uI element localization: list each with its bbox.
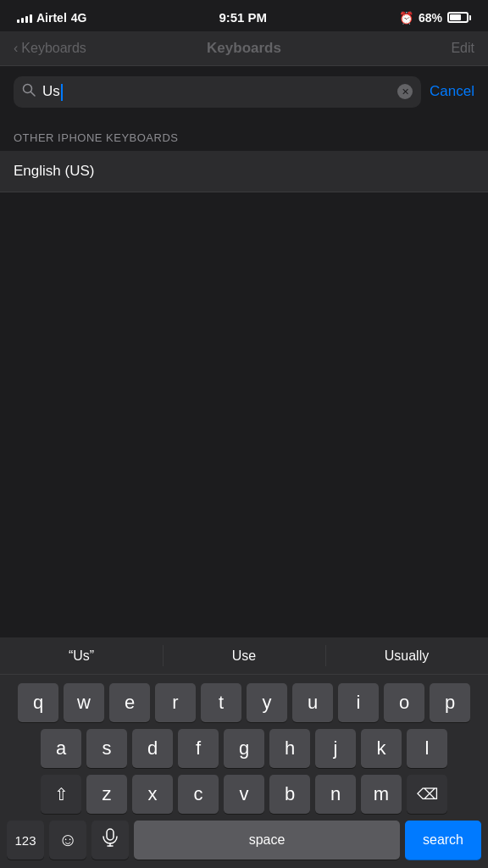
nav-title: Keyboards (207, 40, 281, 57)
key-row-1: q w e r t y u i o p (3, 683, 485, 722)
backspace-key[interactable]: ⌫ (407, 775, 447, 814)
chevron-left-icon: ‹ (14, 41, 18, 56)
key-g[interactable]: g (224, 729, 264, 768)
section-header: OTHER IPHONE KEYBOARDS (0, 118, 488, 151)
key-o[interactable]: o (384, 683, 424, 722)
search-input[interactable]: Us (42, 83, 391, 101)
shift-icon: ⇧ (54, 784, 69, 804)
list-item[interactable]: English (US) (0, 151, 488, 192)
status-time: 9:51 PM (219, 10, 267, 25)
status-bar: Airtel 4G 9:51 PM ⏰ 68% (0, 0, 488, 31)
key-row-2: a s d f g h j k l (3, 729, 485, 768)
autocomplete-bar: “Us” Use Usually (0, 637, 488, 675)
network-label: 4G (71, 11, 87, 25)
key-k[interactable]: k (361, 729, 402, 768)
key-v[interactable]: v (224, 775, 264, 814)
bottom-row: 123 ☺ space search (3, 821, 485, 865)
key-u[interactable]: u (292, 683, 333, 722)
shift-key[interactable]: ⇧ (41, 775, 81, 814)
autocomplete-item-2[interactable]: Usually (325, 637, 488, 674)
backspace-icon: ⌫ (417, 785, 438, 804)
key-h[interactable]: h (269, 729, 310, 768)
key-row-3: ⇧ z x c v b n m ⌫ (3, 775, 485, 814)
keyboard-rows: q w e r t y u i o p a s d f g h j k l ⇧ (0, 675, 488, 868)
nav-edit-button[interactable]: Edit (451, 41, 474, 56)
key-c[interactable]: c (178, 775, 219, 814)
signal-icon (17, 13, 32, 23)
emoji-key[interactable]: ☺ (49, 821, 86, 860)
svg-rect-2 (107, 829, 114, 840)
autocomplete-item-0[interactable]: “Us” (0, 637, 163, 674)
key-l[interactable]: l (407, 729, 447, 768)
autocomplete-item-1[interactable]: Use (163, 637, 325, 674)
search-icon (22, 83, 36, 100)
numbers-label: 123 (14, 833, 36, 848)
search-key-label: search (423, 832, 463, 848)
nav-bar: ‹ Keyboards Keyboards Edit (0, 31, 488, 66)
nav-back-button[interactable]: ‹ Keyboards (14, 41, 86, 56)
search-bar-container: Us ✕ Cancel (0, 66, 488, 118)
autocomplete-label-0: “Us” (69, 648, 94, 664)
key-i[interactable]: i (338, 683, 379, 722)
autocomplete-label-1: Use (232, 648, 256, 664)
key-x[interactable]: x (132, 775, 173, 814)
svg-line-1 (31, 92, 36, 97)
search-field[interactable]: Us ✕ (14, 76, 421, 108)
status-left: Airtel 4G (17, 11, 86, 25)
list-item-label: English (US) (14, 163, 94, 179)
key-n[interactable]: n (315, 775, 356, 814)
key-j[interactable]: j (315, 729, 356, 768)
search-key[interactable]: search (405, 821, 481, 860)
key-z[interactable]: z (86, 775, 127, 814)
key-p[interactable]: p (430, 683, 470, 722)
cancel-button[interactable]: Cancel (430, 83, 474, 100)
mic-icon (103, 828, 118, 852)
numbers-key[interactable]: 123 (7, 821, 44, 860)
key-r[interactable]: r (155, 683, 196, 722)
key-t[interactable]: t (201, 683, 241, 722)
key-d[interactable]: d (132, 729, 173, 768)
alarm-icon: ⏰ (399, 11, 413, 25)
key-q[interactable]: q (18, 683, 58, 722)
autocomplete-label-2: Usually (385, 648, 429, 664)
key-m[interactable]: m (361, 775, 402, 814)
key-s[interactable]: s (86, 729, 127, 768)
mic-key[interactable] (92, 821, 129, 860)
key-f[interactable]: f (178, 729, 219, 768)
key-b[interactable]: b (269, 775, 310, 814)
space-key[interactable]: space (134, 821, 400, 860)
battery-percent: 68% (419, 11, 442, 25)
nav-back-label: Keyboards (21, 41, 86, 56)
content-area (0, 192, 488, 438)
key-y[interactable]: y (247, 683, 287, 722)
carrier-label: Airtel (36, 11, 67, 25)
battery-icon (447, 12, 471, 23)
key-a[interactable]: a (41, 729, 81, 768)
space-label: space (249, 832, 286, 848)
clear-button[interactable]: ✕ (397, 84, 413, 99)
key-w[interactable]: w (64, 683, 104, 722)
keyboard-area: “Us” Use Usually q w e r t y u i o p a s… (0, 637, 488, 868)
search-input-value: Us (42, 83, 60, 99)
emoji-icon: ☺ (58, 829, 77, 851)
key-e[interactable]: e (109, 683, 150, 722)
status-right: ⏰ 68% (399, 11, 471, 25)
